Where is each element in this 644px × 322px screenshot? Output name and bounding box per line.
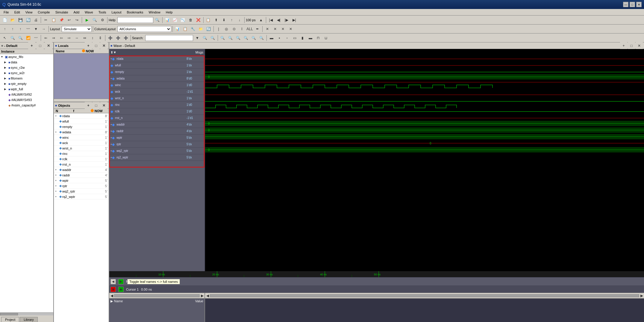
tb3-s3[interactable]: ➕ [122,34,129,42]
tree-always92[interactable]: ◆ #ALWAYS#92 [4,92,53,97]
toolbar-paste[interactable]: 📌 [58,16,65,24]
tb3-s2[interactable]: ➕ [114,34,122,42]
tree-data[interactable]: ▶ ■ data [4,59,53,65]
toolbar-r6[interactable]: 📋 [205,16,212,24]
bottom-expand[interactable]: ▶ [110,299,113,303]
expand-sync-r2w[interactable]: ▶ [4,66,8,69]
tb3-zoom-out[interactable]: 🔍 [17,34,24,42]
tb3-t4[interactable]: ⇨ [66,34,73,42]
tb2-r1[interactable]: | [215,25,222,33]
expand-rptr-empty[interactable]: ▶ [4,82,8,85]
wave-row-rdata[interactable]: + ◆ rdata 8'dx [109,56,204,62]
objects-undock-btn[interactable]: □ [93,102,100,109]
tb3-zoom1[interactable]: 🔍 [219,34,226,42]
tb2-icon1[interactable]: 📊 [174,25,181,33]
tb2-r4[interactable]: Ι [238,25,246,33]
search-go2[interactable]: 🔍 [209,34,216,42]
wave-row-raddr[interactable]: + ◆ raddr 4'dx [109,128,204,135]
toolbar-extra[interactable]: ⚙ [99,16,106,24]
wave-undock-btn[interactable]: □ [628,42,635,49]
search-dropdown[interactable]: ▼ [194,34,201,42]
tb3-t2[interactable]: ⇒ [50,34,57,42]
obj-raddr[interactable]: + ◆ raddr 4' [54,173,109,178]
tb2-icon5[interactable]: 🔄 [205,25,212,33]
tb2-x1[interactable]: ✕ [264,25,271,33]
wave-scroll-thumb[interactable] [210,294,639,297]
toolbar-open[interactable]: 📂 [9,16,16,24]
obj-rinc[interactable]: ◆ rinc 1' [54,151,109,156]
tb3-wave4[interactable]: ▭ [291,34,298,42]
locals-scrollbar[interactable] [54,99,109,102]
wave-row-wptr[interactable]: + ◆ wptr 5'dx [109,135,204,141]
wave-add-btn[interactable]: + [620,42,627,49]
toolbar-refresh[interactable]: 🔄 [25,16,32,24]
tb2-x2[interactable]: ✕ [272,25,279,33]
tb3-zoom4[interactable]: 🔍 [243,34,250,42]
toolbar-save[interactable]: 💾 [17,16,24,24]
expand-wdata[interactable]: + [55,131,59,134]
layout-select[interactable]: Simulate [62,26,92,32]
toolbar-r3[interactable]: 📉 [179,16,187,24]
toolbar2-btn1[interactable]: ↑ [1,25,8,33]
obj-rrst-n[interactable]: ◆ rrst_n 1' [54,162,109,167]
tb2-r6[interactable]: ✒ [254,25,261,33]
names-scroll-left[interactable]: ◀ [109,293,114,298]
expand-data[interactable]: ▶ [4,61,8,64]
tb3-zoom2[interactable]: 🔍 [227,34,234,42]
wave-status-btn2[interactable]: ▶ [118,279,124,284]
obj-rdata[interactable]: + ◆ rdata 8' [54,113,109,119]
menu-view[interactable]: View [23,10,35,15]
expand-async-fifo[interactable]: ▼ [1,55,4,58]
close-button[interactable]: ✕ [636,2,642,7]
tb3-zoom5[interactable]: 🔍 [250,34,257,42]
tree-vsim-capacity[interactable]: ◈ #vsim_capacity# [4,103,53,108]
toolbar-search2[interactable]: 🔍 [91,16,98,24]
obj-wdata[interactable]: + ◆ wdata 8' [54,129,109,135]
obj-wptr[interactable]: + ◆ wptr 5' [54,178,109,183]
expand-fifomem[interactable]: ▶ [4,77,8,80]
tree-async-fifo[interactable]: ▼ ▣ async_fifo [0,54,53,59]
tb3-wave8[interactable]: ⊔ [322,34,330,42]
obj-wq2-rptr[interactable]: + ◆ wq2_rptr 5' [54,189,109,194]
toolbar-r2[interactable]: 📈 [172,16,179,24]
tree-sync-r2w[interactable]: ▶ ■ sync_r2w [4,65,53,70]
tb3-wave-tools[interactable]: 〰 [32,34,40,42]
tb2-r2[interactable]: ◎ [223,25,230,33]
wave-row-rclk[interactable]: ◆ rclk 1'd0 [109,108,204,115]
expand-wptr-full[interactable]: ▶ [4,88,8,91]
waveform-display[interactable]: 0 [205,49,644,271]
toolbar2-btn2[interactable]: ↑ [9,25,16,33]
toolbar-run[interactable]: ▶ [83,16,90,24]
wave-scroll-right[interactable]: ▶ [639,293,644,298]
tb3-signal[interactable]: 📶 [25,34,32,42]
menu-help[interactable]: Help [163,10,175,15]
tb3-t5[interactable]: ↔ [73,34,81,42]
tb3-zoom3[interactable]: 🔍 [235,34,242,42]
menu-tools[interactable]: Tools [96,10,109,15]
wave-row-wck[interactable]: ◆ wck -1'd1 [109,88,204,95]
instance-scrollbar[interactable] [0,312,53,315]
wave-status-btn1[interactable]: ◀ [110,279,116,284]
names-scroll-thumb[interactable] [114,294,200,297]
toolbar-copy[interactable]: 📋 [50,16,57,24]
search-go1[interactable]: 🔍 [201,34,209,42]
wave-row-winc[interactable]: ◆ winc 1'd0 [109,82,204,88]
wave-row-wq2-rptr[interactable]: + ◆ wq2_rptr 5'dx [109,148,204,154]
toolbar-r4[interactable]: 🗑 [187,16,194,24]
toolbar-step2[interactable]: ◀| [275,16,282,24]
toolbar-new[interactable]: 📄 [1,16,8,24]
menu-edit[interactable]: Edit [12,10,22,15]
tab-library[interactable]: Library [20,317,38,322]
wave-row-wfull[interactable]: ◆ wfull 1'dx [109,62,204,69]
menu-compile[interactable]: Compile [35,10,52,15]
obj-rq2-wptr[interactable]: + ◆ rq2_wptr 5' [54,194,109,199]
help-input[interactable] [117,17,153,23]
locals-undock-btn[interactable]: □ [93,42,100,49]
expand-raddr[interactable]: + [55,174,59,177]
tree-sync-w2r[interactable]: ▶ ■ sync_w2r [4,70,53,76]
obj-wrst-n[interactable]: ◆ wrst_n 1' [54,146,109,151]
expand-wptr[interactable]: + [55,179,59,182]
toolbar2-down[interactable]: ▼ [32,25,40,33]
tb2-icon3[interactable]: 🔧 [190,25,197,33]
toolbar-r7[interactable]: ⬆ [213,16,220,24]
